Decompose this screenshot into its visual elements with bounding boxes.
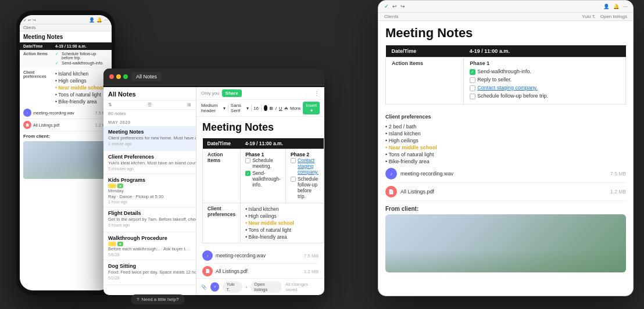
chevron-down-icon[interactable]: ▾ [223,106,226,111]
phone-user-icon: 👤 [89,17,95,23]
bold-btn[interactable]: B [270,106,273,111]
editor-cb2[interactable] [245,171,251,176]
minimize-btn[interactable] [116,74,121,79]
editor-toolbar: Medium header ▾ Sans Serif ▾ 16 B I U A … [196,100,324,117]
sort-icon[interactable]: ⇅ [108,102,112,107]
attachment-icon[interactable]: 📎 [201,285,207,290]
tr-cb2[interactable] [470,77,475,83]
list-item[interactable]: Walkthrough Procedure ⭐ ● Before each wa… [103,232,196,260]
note-meta-4: 3 hours ago [108,223,196,227]
toolbar-separator2 [251,105,252,112]
tr-phase1-content: Phase 1 Send-walkthrough-info. Reply to … [464,58,626,105]
underline-btn[interactable]: U [279,106,282,111]
editor-pref-3: Near middle school [245,220,319,227]
editor-pref-2: High ceilings [245,213,319,220]
tr-file-1[interactable]: ♪ meeting-recording.wav 7.5 MB [385,165,626,183]
phone-screen: ✓ ↩ ↪ 👤 🔔 ··· Clients Meeting Notes Date… [20,15,112,290]
tr-more-icon[interactable]: ··· [623,3,627,9]
open-listings-tag[interactable]: Open listings [251,281,282,293]
italic-btn[interactable]: I [276,106,277,111]
phone-file-1[interactable]: ♪ meeting-recording.wav 7.5 MB [20,107,112,119]
tr-cb1[interactable] [470,69,475,75]
tr-p1-a4-text: Schedule follow-up before trip. [477,93,548,99]
insert-button[interactable]: Insert ▾ [303,102,320,114]
list-item[interactable]: Dog Sitting Food: Feed twice per day. Sp… [103,260,196,285]
grid-icon[interactable]: ⊞ [187,102,191,107]
editor-phase2-header: Phase 2 [291,152,319,157]
phone-file-2[interactable]: 📄 All Listings.pdf 1.2 MB [20,119,112,131]
phone-note-title: Meeting Notes [20,31,112,42]
strikethrough-btn[interactable]: A [285,106,288,111]
editor-pref-5: Bike-friendly area [245,233,319,240]
tr-action-label: Action Items [386,58,464,105]
tr-check-icon: ✓ [384,3,389,9]
editor-cb4[interactable] [291,177,296,182]
phone-table-header2: 4-19 / 11:00 a.m. [52,42,112,50]
font-selector[interactable]: Sans Serif [231,103,244,113]
filter-icon[interactable]: ☰ [148,102,152,107]
note-snippet-6: Food: Feed twice per day. Space meals 12… [108,270,196,275]
phone-pref-3: Near middle school [55,84,108,91]
color-dot[interactable] [264,105,267,111]
note-day-3: Monday [108,188,191,194]
tablet-center-header: All Notes [103,69,324,85]
user-name-tag[interactable]: Yuki T. [223,281,242,293]
more-menu-icon[interactable]: ⋮ [314,90,320,96]
editor-prefs-label: Client preferences [203,203,241,243]
phone-back[interactable]: ✓ ↩ ↪ [23,18,36,23]
close-btn[interactable] [109,74,114,79]
tr-note-title: Meeting Notes [385,26,473,41]
tr-open-listings[interactable]: Open listings [600,14,627,19]
list-item[interactable]: Flight Details Get to the airport by 7am… [103,207,196,232]
tr-pdf-icon: 📄 [385,186,397,197]
note-title-4: Flight Details [108,210,196,216]
phone-more-icon[interactable]: ··· [104,17,108,23]
notes-list-title: All Notes [103,87,196,100]
editor-cb1[interactable] [245,158,251,163]
editor-th-datetime-val: 4-19 / 11:00 a.m. [241,138,324,149]
maximize-btn[interactable] [123,74,128,79]
font-size[interactable]: 16 [253,106,259,111]
tr-undo-icon[interactable]: ↩ [392,3,397,9]
tab-notes[interactable]: All Notes [131,72,162,81]
list-item[interactable]: Kids Programs ⭐ ● Monday Ray · Dance · P… [103,174,196,208]
phone-bell-icon: 🔔 [96,17,102,23]
note-title-3: Kids Programs [108,177,191,183]
editor-file-2-name: All Listings.pdf [216,268,248,274]
note-meta-6: 5/2/20 [108,276,196,280]
tr-th-datetime: Date/Time [386,45,464,58]
phone-table-header1: Date/Time [20,42,52,50]
editor-phase1-col: Phase 1 Schedule meeting. Send-walkthrou… [241,149,286,203]
tr-user-name: Yuki T. [582,14,595,19]
tr-cb4[interactable] [470,94,475,99]
note-tag2-green: ● [117,242,123,246]
editor-file-1[interactable]: ♪ meeting-recording.wav 7.5 MB [202,248,319,264]
tr-redo-icon[interactable]: ↪ [400,3,405,9]
tr-breadcrumb-text: Clients [384,14,398,19]
chevron-down-icon2[interactable]: ▾ [246,106,249,111]
tr-pref-2: Island kitchen [385,130,626,137]
editor-file-1-size: 7.5 MB [304,253,319,258]
more-btn[interactable]: More [290,106,300,111]
window-controls [109,74,128,79]
style-selector[interactable]: Medium header [201,103,221,113]
note-title-5: Walkthrough Procedure [108,235,191,241]
help-bar[interactable]: ? Need a little help? [131,294,185,304]
tr-staging-link[interactable]: Contact staging company. [477,85,537,91]
tr-file-2[interactable]: 📄 All Listings.pdf 1.2 MB [385,183,626,201]
phone-file-1-name: meeting-recording.wav [33,111,74,115]
tr-cb3[interactable] [470,85,475,91]
editor-cb3[interactable] [291,158,296,163]
share-button[interactable]: Share [222,89,242,97]
phone-action1: Schedule follow-up before trip. [62,52,108,60]
list-item[interactable]: Client Preferences Yuki's ideal kitchen.… [103,151,196,174]
list-item[interactable]: Meeting Notes Client preferences for new… [103,126,196,151]
note-snippet-5: Before each walkthrough... · Ask buyer t… [108,246,191,252]
editor-staging-link[interactable]: Contact staging company. [298,157,319,175]
note-editor-panel: Only you Share ⋮ Medium header ▾ Sans Se… [196,87,324,295]
editor-p2-a2-text: Schedule follow-up before trip. [298,176,319,199]
phone-device: ✓ ↩ ↪ 👤 🔔 ··· Clients Meeting Notes Date… [16,10,115,295]
tr-pref-3: High ceilings [385,137,626,144]
note-title-6: Dog Sitting [108,263,196,269]
editor-file-2[interactable]: 📄 All Listings.pdf 1.2 MB [202,264,319,278]
